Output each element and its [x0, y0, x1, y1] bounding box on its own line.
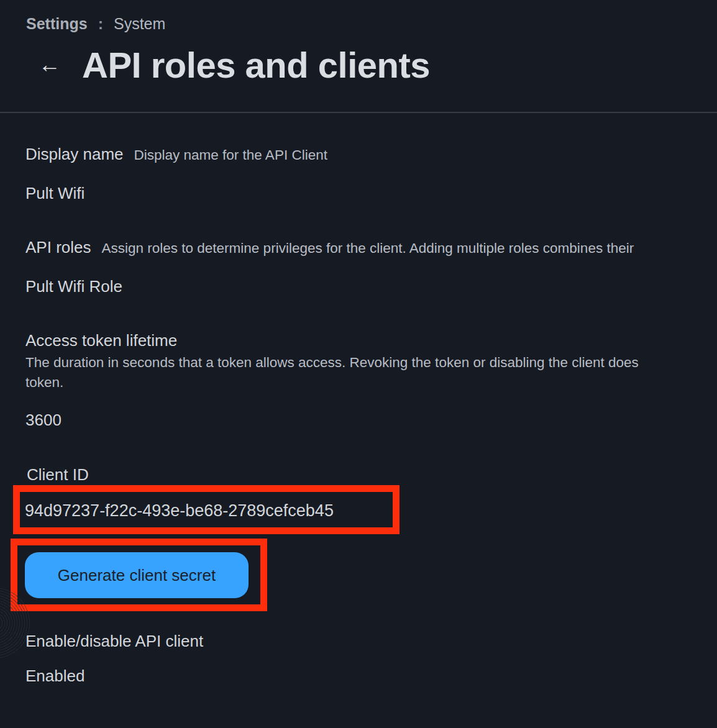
display-name-row: Display name Display name for the API Cl… [25, 145, 327, 164]
generate-client-secret-label: Generate client secret [58, 566, 216, 585]
breadcrumb-separator: : [98, 14, 103, 34]
enable-disable-value[interactable]: Enabled [25, 667, 84, 686]
enable-disable-label: Enable/disable API client [25, 632, 203, 651]
client-id-value[interactable]: 94d97237-f22c-493e-be68-2789cefceb45 [25, 501, 334, 521]
client-id-label: Client ID [27, 465, 89, 485]
breadcrumb: Settings : System [26, 14, 165, 34]
display-name-label: Display name [25, 145, 124, 164]
generate-client-secret-button[interactable]: Generate client secret [25, 552, 249, 598]
breadcrumb-system[interactable]: System [114, 14, 165, 34]
token-lifetime-value[interactable]: 3600 [25, 411, 62, 430]
page-title: API roles and clients [82, 43, 430, 87]
header-divider [0, 112, 717, 113]
token-lifetime-description-line2: token. [25, 374, 63, 391]
api-roles-description: Assign roles to determine privileges for… [102, 240, 634, 257]
api-roles-label: API roles [25, 238, 91, 257]
back-button[interactable]: ← [36, 51, 63, 78]
token-lifetime-label: Access token lifetime [25, 331, 177, 350]
breadcrumb-settings[interactable]: Settings [26, 14, 88, 34]
api-roles-value[interactable]: Pult Wifi Role [25, 277, 122, 296]
api-roles-row: API roles Assign roles to determine priv… [25, 238, 634, 257]
display-name-value[interactable]: Pult Wifi [25, 184, 84, 203]
back-arrow-icon: ← [39, 51, 61, 78]
display-name-description: Display name for the API Client [134, 147, 327, 164]
token-lifetime-description-line1: The duration in seconds that a token all… [25, 354, 639, 371]
